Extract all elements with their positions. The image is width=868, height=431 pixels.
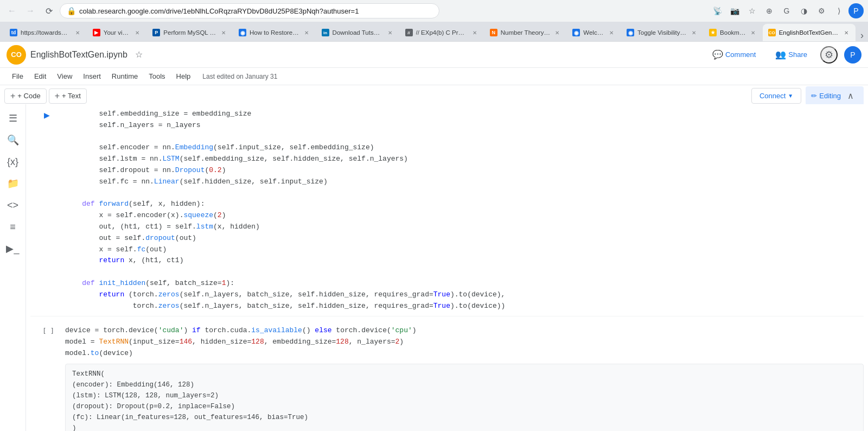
toolbar-left: + + Code + + Text — [4, 88, 87, 104]
add-text-button[interactable]: + + Text — [49, 88, 87, 104]
tab-close-tds[interactable]: ✕ — [74, 29, 81, 36]
bookmark-star-icon[interactable]: ☆ — [744, 3, 760, 18]
settings-button[interactable]: ⚙ — [820, 46, 838, 64]
tab-favicon-yt: ▶ — [93, 29, 100, 36]
code-line: self.embedding_size = embedding_size — [65, 109, 864, 120]
share-label: Share — [788, 50, 807, 59]
grammarly-icon[interactable]: G — [779, 3, 794, 18]
menu-file[interactable]: File — [7, 70, 29, 83]
cell-gutter-2: [ ] — [26, 321, 59, 335]
code-line: device = torch.device('cuda') if torch.c… — [65, 325, 864, 337]
add-code-button[interactable]: + + Code — [4, 88, 47, 104]
cell-gutter-1: ▶ — [26, 104, 59, 123]
tab-close-welcome[interactable]: ✕ — [608, 29, 615, 36]
cell-2: [ ] device = torch.device('cuda') if tor… — [26, 321, 868, 431]
forward-button[interactable]: → — [23, 3, 38, 18]
tab-colab[interactable]: CO EnglishBotTextGen.ipynb ✕ — [763, 24, 856, 41]
menu-tools[interactable]: Tools — [143, 70, 170, 83]
tab-welcome[interactable]: ◉ Welcome ✕ — [567, 24, 621, 41]
tab-close-yt[interactable]: ✕ — [133, 29, 141, 36]
sidebar-terminal-icon[interactable]: ▶_ — [3, 239, 23, 258]
share-icon: 👥 — [775, 49, 786, 60]
address-bar[interactable]: 🔒 colab.research.google.com/drive/1ebNlh… — [60, 3, 439, 18]
sidebar-menu-icon[interactable]: ☰ — [3, 109, 23, 128]
tab-download[interactable]: in Download TutsPlus... ✕ — [316, 24, 399, 41]
sidebar-variables-icon[interactable]: {x} — [3, 152, 23, 172]
collapse-editing-button[interactable]: ∧ — [843, 88, 858, 103]
output-line: ) — [72, 423, 857, 431]
add-code-label: + Code — [17, 92, 40, 100]
screenshot-icon[interactable]: 📷 — [727, 3, 742, 18]
more-tabs-icon[interactable]: › — [856, 30, 868, 41]
tab-close-download[interactable]: ✕ — [386, 29, 394, 36]
extensions-icon[interactable]: ⟩ — [831, 3, 846, 18]
tab-yt[interactable]: ▶ Your videos ✕ — [87, 24, 147, 41]
sidebar-files-icon[interactable]: 📁 — [3, 174, 23, 193]
code-area-2[interactable]: device = torch.device('cuda') if torch.c… — [61, 323, 868, 361]
code-line: self.lstm = nn.LSTM(self.embedding_size,… — [65, 154, 864, 165]
editing-badge[interactable]: ✏ Editing ∧ — [806, 86, 864, 105]
connect-button[interactable]: Connect ▼ — [751, 88, 801, 104]
tab-close-colab[interactable]: ✕ — [843, 29, 850, 36]
profile-avatar[interactable]: P — [844, 46, 861, 64]
tab-label-welcome: Welcome — [583, 29, 604, 36]
sidebar-history-icon[interactable]: ≡ — [3, 217, 23, 237]
tab-close-numtheory[interactable]: ✕ — [553, 29, 561, 36]
menu-insert[interactable]: Insert — [78, 70, 106, 83]
tab-favicon-download: in — [322, 29, 329, 36]
tab-close-mysql[interactable]: ✕ — [220, 29, 227, 36]
output-line: (lstm): LSTM(128, 128, num_layers=2) — [72, 390, 857, 401]
tabs-row: td https://towardsdata... ✕ ▶ Your video… — [0, 22, 868, 41]
code-line: model = TextRNN(input_size=146, hidden_s… — [65, 337, 864, 348]
chrome-icon[interactable]: ⊕ — [762, 3, 777, 18]
connect-dropdown-icon: ▼ — [788, 93, 793, 99]
menu-edit[interactable]: Edit — [29, 70, 52, 83]
tab-bookmarks[interactable]: ★ Bookmarks ✕ — [704, 24, 762, 41]
reload-button[interactable]: ⟳ — [41, 3, 56, 18]
star-button[interactable]: ☆ — [135, 49, 143, 60]
cast-icon[interactable]: 📡 — [710, 3, 725, 18]
comment-icon: 💬 — [712, 49, 723, 60]
menu-help[interactable]: Help — [171, 70, 196, 83]
run-cell-1-button[interactable]: ▶ — [39, 107, 54, 123]
last-edited-label: Last edited on January 31 — [202, 73, 277, 80]
tab-close-exp4b[interactable]: ✕ — [471, 29, 478, 36]
tab-favicon-bookmarks: ★ — [709, 29, 717, 36]
comment-button[interactable]: 💬 Comment — [706, 46, 762, 63]
tab-toggle[interactable]: ◉ Toggle Visibility - S... ✕ — [621, 24, 703, 41]
output-line: (fc): Linear(in_features=128, out_featur… — [72, 412, 857, 423]
profile-icon[interactable]: P — [848, 3, 864, 18]
tab-favicon-colab: CO — [768, 29, 776, 36]
code-line: self.fc = nn.Linear(self.hidden_size, se… — [65, 176, 864, 188]
share-button[interactable]: 👥 Share — [769, 46, 814, 63]
tab-restore[interactable]: ◉ How to Restore My... ✕ — [233, 24, 316, 41]
tab-exp4b[interactable]: // // EXp4(b) C Progra... ✕ — [400, 24, 484, 41]
output-box-2: TextRNN( (encoder): Embedding(146, 128) … — [65, 364, 864, 431]
code-area-1[interactable]: self.embedding_size = embedding_size sel… — [61, 106, 868, 314]
toolbar-right: Connect ▼ ✏ Editing ∧ — [751, 86, 864, 105]
tab-label-bookmarks: Bookmarks — [720, 29, 746, 36]
tab-tds[interactable]: td https://towardsdata... ✕ — [4, 24, 87, 41]
tab-close-toggle[interactable]: ✕ — [690, 29, 698, 36]
tab-close-bookmarks[interactable]: ✕ — [749, 29, 757, 36]
notebook-title: EnglishBotTextGen.ipynb — [30, 50, 127, 60]
add-text-label: + Text — [62, 92, 81, 100]
tab-close-restore[interactable]: ✕ — [303, 29, 310, 36]
menu-runtime[interactable]: Runtime — [106, 70, 143, 83]
browser-chrome: ← → ⟳ 🔒 colab.research.google.com/drive/… — [0, 0, 868, 42]
tampermonkey-icon[interactable]: ⚙ — [814, 3, 829, 18]
tab-label-yt: Your videos — [104, 29, 131, 36]
dark-reader-icon[interactable]: ◑ — [796, 3, 812, 18]
back-button[interactable]: ← — [4, 3, 20, 18]
tab-label-restore: How to Restore My... — [250, 29, 299, 36]
sidebar-search-icon[interactable]: 🔍 — [3, 130, 23, 150]
sidebar-code-icon[interactable]: <> — [3, 195, 23, 215]
plus-code-icon: + — [10, 91, 15, 101]
code-line: def init_hidden(self, batch_size=1): — [65, 278, 864, 289]
main-content[interactable]: ▶ self.embedding_size = embedding_size s… — [26, 104, 868, 431]
menu-view[interactable]: View — [52, 70, 78, 83]
tab-mysql[interactable]: P Perform MySQL bac... ✕ — [147, 24, 233, 41]
code-line: out = self.dropout(out) — [65, 233, 864, 244]
tab-numtheory[interactable]: N Number Theory wit... ✕ — [484, 24, 567, 41]
tab-label-numtheory: Number Theory wit... — [501, 29, 551, 36]
